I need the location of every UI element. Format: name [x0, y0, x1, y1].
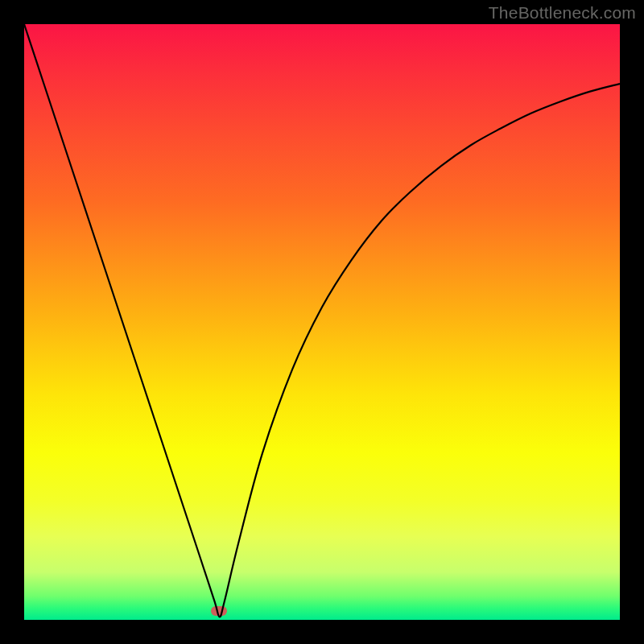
- curve-plot: [24, 24, 620, 620]
- plot-area: [24, 24, 620, 620]
- watermark-text: TheBottleneck.com: [489, 3, 636, 23]
